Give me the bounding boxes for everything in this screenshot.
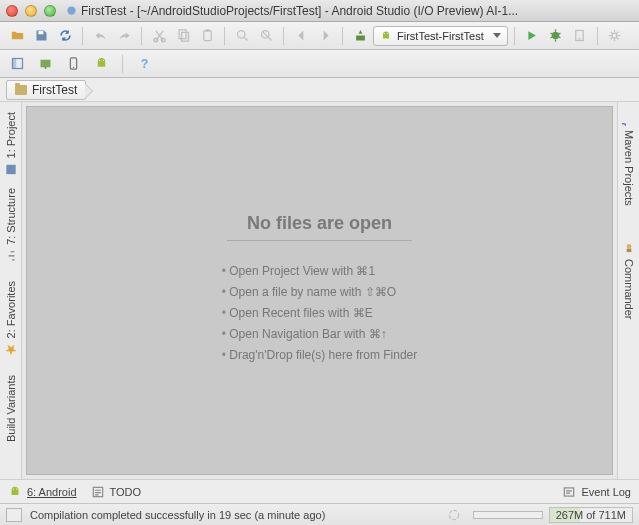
window-title: FirstTest - [~/AndroidStudioProjects/Fir… — [81, 4, 633, 18]
close-window-button[interactable] — [6, 5, 18, 17]
svg-point-8 — [237, 31, 245, 39]
svg-rect-18 — [40, 60, 50, 68]
tool-window-build-variants[interactable]: Build Variants — [3, 369, 19, 448]
window-controls — [6, 5, 56, 17]
svg-rect-4 — [179, 30, 186, 39]
svg-point-12 — [552, 32, 560, 40]
cut-icon[interactable] — [148, 25, 170, 47]
svg-point-32 — [449, 510, 458, 519]
redo-icon[interactable] — [113, 25, 135, 47]
right-gutter: m Maven Projects Commander — [617, 102, 639, 479]
run-icon[interactable] — [521, 25, 543, 47]
chevron-down-icon — [493, 33, 501, 38]
tool-window-project[interactable]: 1: Project — [2, 106, 20, 182]
status-toggle-icon[interactable] — [6, 508, 22, 522]
memory-text: 267M of 711M — [556, 509, 626, 521]
android-label: 6: Android — [27, 486, 77, 498]
svg-point-28 — [13, 488, 14, 489]
commander-icon — [622, 241, 636, 255]
breadcrumb-root-label: FirstTest — [32, 83, 77, 97]
svg-point-29 — [16, 488, 17, 489]
tool-window-event-log[interactable]: Event Log — [562, 485, 631, 499]
run-configuration-dropdown[interactable]: FirstTest-FirstTest — [373, 26, 508, 46]
main-body: 1: Project 7: Structure 2: Favorites Bui… — [0, 102, 639, 479]
sdk-manager-icon[interactable] — [34, 53, 56, 75]
folder-icon — [15, 85, 27, 95]
settings-icon[interactable] — [604, 25, 626, 47]
tool-window-todo[interactable]: TODO — [91, 485, 142, 499]
spinner-icon — [447, 508, 461, 522]
avd-manager-icon[interactable] — [62, 53, 84, 75]
svg-rect-1 — [38, 31, 43, 34]
project-icon — [4, 162, 18, 176]
status-message: Compilation completed successfully in 19… — [30, 509, 325, 521]
todo-icon — [91, 485, 105, 499]
build-variants-label: Build Variants — [5, 375, 17, 442]
hint-item: Open Recent files with ⌘E — [222, 306, 418, 320]
star-icon — [4, 343, 18, 357]
tool-window-favorites[interactable]: 2: Favorites — [2, 275, 20, 362]
svg-point-0 — [67, 6, 75, 14]
hint-item: Open a file by name with ⇧⌘O — [222, 285, 418, 299]
minimize-window-button[interactable] — [25, 5, 37, 17]
hint-item: Open Navigation Bar with ⌘↑ — [222, 327, 418, 341]
svg-point-14 — [579, 38, 581, 40]
app-icon — [66, 5, 77, 16]
project-structure-icon[interactable] — [6, 53, 28, 75]
help-icon[interactable]: ? — [133, 53, 155, 75]
android-icon — [8, 485, 22, 499]
make-project-icon[interactable] — [349, 25, 371, 47]
sync-icon[interactable] — [54, 25, 76, 47]
commander-label: Commander — [623, 259, 635, 320]
svg-point-11 — [387, 33, 388, 34]
progress-bar — [473, 511, 543, 519]
svg-rect-17 — [12, 59, 16, 69]
android-monitor-icon[interactable] — [90, 53, 112, 75]
undo-icon[interactable] — [89, 25, 111, 47]
run-configuration-label: FirstTest-FirstTest — [397, 30, 484, 42]
favorites-label: 2: Favorites — [5, 281, 17, 338]
tool-window-maven[interactable]: m Maven Projects — [620, 106, 638, 212]
editor-area[interactable]: No files are open Open Project View with… — [26, 106, 613, 475]
main-toolbar: FirstTest-FirstTest — [0, 22, 639, 50]
tool-window-android[interactable]: 6: Android — [8, 485, 77, 499]
tool-window-structure[interactable]: 7: Structure — [2, 182, 20, 269]
back-icon[interactable] — [290, 25, 312, 47]
hint-item: Drag'n'Drop file(s) here from Finder — [222, 348, 418, 362]
bottom-toolbar: 6: Android TODO Event Log — [0, 479, 639, 503]
breadcrumb-root[interactable]: FirstTest — [6, 80, 86, 100]
android-icon — [380, 30, 392, 42]
svg-point-21 — [99, 60, 100, 61]
zoom-window-button[interactable] — [44, 5, 56, 17]
svg-rect-31 — [565, 487, 574, 495]
find-icon[interactable] — [231, 25, 253, 47]
tool-window-commander[interactable]: Commander — [620, 235, 638, 326]
svg-rect-5 — [181, 32, 188, 41]
titlebar: FirstTest - [~/AndroidStudioProjects/Fir… — [0, 0, 639, 22]
left-gutter: 1: Project 7: Structure 2: Favorites Bui… — [0, 102, 22, 479]
svg-text:m: m — [622, 123, 629, 127]
memory-indicator[interactable]: 267M of 711M — [549, 507, 633, 523]
svg-rect-24 — [6, 165, 15, 174]
editor-empty-heading: No files are open — [227, 213, 412, 241]
project-label: 1: Project — [5, 112, 17, 158]
hint-item: Open Project View with ⌘1 — [222, 264, 418, 278]
debug-icon[interactable] — [545, 25, 567, 47]
structure-icon — [4, 249, 18, 263]
todo-label: TODO — [110, 486, 142, 498]
maven-icon: m — [622, 112, 636, 126]
svg-rect-27 — [626, 248, 631, 252]
replace-icon[interactable] — [255, 25, 277, 47]
editor-hints: Open Project View with ⌘1 Open a file by… — [222, 257, 418, 369]
copy-icon[interactable] — [172, 25, 194, 47]
structure-label: 7: Structure — [5, 188, 17, 245]
status-bar: Compilation completed successfully in 19… — [0, 503, 639, 525]
open-icon[interactable] — [6, 25, 28, 47]
forward-icon[interactable] — [314, 25, 336, 47]
paste-icon[interactable] — [196, 25, 218, 47]
svg-text:?: ? — [140, 57, 148, 71]
save-all-icon[interactable] — [30, 25, 52, 47]
secondary-toolbar: ? — [0, 50, 639, 78]
event-log-icon — [562, 485, 576, 499]
attach-debugger-icon[interactable] — [569, 25, 591, 47]
